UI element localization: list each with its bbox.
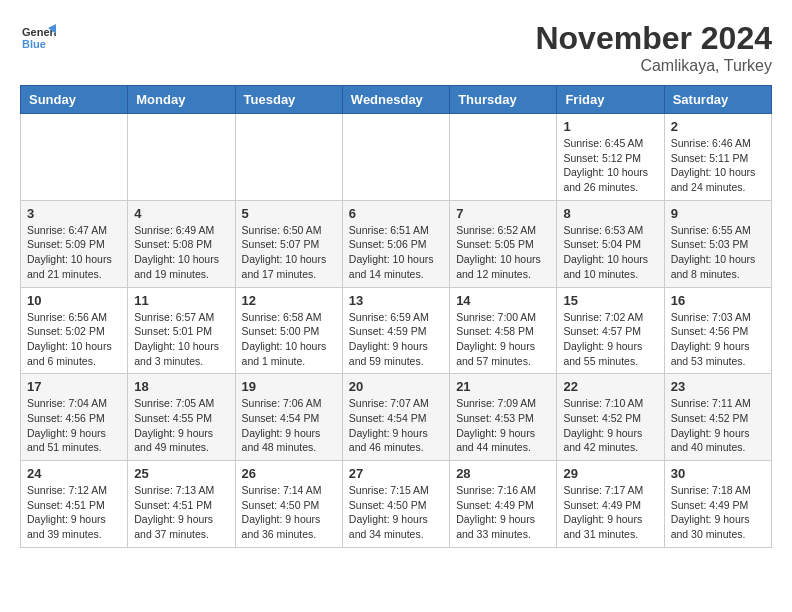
calendar-cell: 15Sunrise: 7:02 AMSunset: 4:57 PMDayligh… bbox=[557, 287, 664, 374]
svg-text:Blue: Blue bbox=[22, 38, 46, 50]
day-number: 1 bbox=[563, 119, 657, 134]
day-info: Sunrise: 7:14 AMSunset: 4:50 PMDaylight:… bbox=[242, 483, 336, 542]
day-number: 18 bbox=[134, 379, 228, 394]
day-number: 7 bbox=[456, 206, 550, 221]
day-number: 26 bbox=[242, 466, 336, 481]
day-info: Sunrise: 6:50 AMSunset: 5:07 PMDaylight:… bbox=[242, 223, 336, 282]
day-info: Sunrise: 6:59 AMSunset: 4:59 PMDaylight:… bbox=[349, 310, 443, 369]
calendar-cell bbox=[128, 114, 235, 201]
calendar-cell bbox=[235, 114, 342, 201]
day-number: 3 bbox=[27, 206, 121, 221]
calendar-cell: 10Sunrise: 6:56 AMSunset: 5:02 PMDayligh… bbox=[21, 287, 128, 374]
calendar-cell: 24Sunrise: 7:12 AMSunset: 4:51 PMDayligh… bbox=[21, 461, 128, 548]
calendar-week-2: 3Sunrise: 6:47 AMSunset: 5:09 PMDaylight… bbox=[21, 200, 772, 287]
calendar-cell: 1Sunrise: 6:45 AMSunset: 5:12 PMDaylight… bbox=[557, 114, 664, 201]
day-info: Sunrise: 7:03 AMSunset: 4:56 PMDaylight:… bbox=[671, 310, 765, 369]
calendar-header-monday: Monday bbox=[128, 86, 235, 114]
day-info: Sunrise: 6:47 AMSunset: 5:09 PMDaylight:… bbox=[27, 223, 121, 282]
calendar-cell: 23Sunrise: 7:11 AMSunset: 4:52 PMDayligh… bbox=[664, 374, 771, 461]
day-info: Sunrise: 7:18 AMSunset: 4:49 PMDaylight:… bbox=[671, 483, 765, 542]
day-info: Sunrise: 7:11 AMSunset: 4:52 PMDaylight:… bbox=[671, 396, 765, 455]
calendar-cell: 5Sunrise: 6:50 AMSunset: 5:07 PMDaylight… bbox=[235, 200, 342, 287]
calendar-cell: 6Sunrise: 6:51 AMSunset: 5:06 PMDaylight… bbox=[342, 200, 449, 287]
calendar-cell bbox=[342, 114, 449, 201]
calendar-week-3: 10Sunrise: 6:56 AMSunset: 5:02 PMDayligh… bbox=[21, 287, 772, 374]
calendar-cell: 14Sunrise: 7:00 AMSunset: 4:58 PMDayligh… bbox=[450, 287, 557, 374]
day-number: 11 bbox=[134, 293, 228, 308]
day-info: Sunrise: 7:16 AMSunset: 4:49 PMDaylight:… bbox=[456, 483, 550, 542]
calendar-cell: 21Sunrise: 7:09 AMSunset: 4:53 PMDayligh… bbox=[450, 374, 557, 461]
calendar-cell: 11Sunrise: 6:57 AMSunset: 5:01 PMDayligh… bbox=[128, 287, 235, 374]
calendar-week-4: 17Sunrise: 7:04 AMSunset: 4:56 PMDayligh… bbox=[21, 374, 772, 461]
calendar-week-1: 1Sunrise: 6:45 AMSunset: 5:12 PMDaylight… bbox=[21, 114, 772, 201]
day-number: 19 bbox=[242, 379, 336, 394]
day-info: Sunrise: 7:06 AMSunset: 4:54 PMDaylight:… bbox=[242, 396, 336, 455]
day-number: 15 bbox=[563, 293, 657, 308]
day-number: 5 bbox=[242, 206, 336, 221]
calendar-cell: 12Sunrise: 6:58 AMSunset: 5:00 PMDayligh… bbox=[235, 287, 342, 374]
day-info: Sunrise: 7:04 AMSunset: 4:56 PMDaylight:… bbox=[27, 396, 121, 455]
logo-icon: General Blue bbox=[20, 20, 56, 56]
calendar-cell: 16Sunrise: 7:03 AMSunset: 4:56 PMDayligh… bbox=[664, 287, 771, 374]
day-number: 8 bbox=[563, 206, 657, 221]
calendar-cell: 2Sunrise: 6:46 AMSunset: 5:11 PMDaylight… bbox=[664, 114, 771, 201]
day-info: Sunrise: 7:00 AMSunset: 4:58 PMDaylight:… bbox=[456, 310, 550, 369]
calendar-cell: 9Sunrise: 6:55 AMSunset: 5:03 PMDaylight… bbox=[664, 200, 771, 287]
day-number: 25 bbox=[134, 466, 228, 481]
day-info: Sunrise: 6:49 AMSunset: 5:08 PMDaylight:… bbox=[134, 223, 228, 282]
calendar-header-saturday: Saturday bbox=[664, 86, 771, 114]
calendar-header-wednesday: Wednesday bbox=[342, 86, 449, 114]
calendar-cell: 4Sunrise: 6:49 AMSunset: 5:08 PMDaylight… bbox=[128, 200, 235, 287]
day-info: Sunrise: 6:57 AMSunset: 5:01 PMDaylight:… bbox=[134, 310, 228, 369]
day-info: Sunrise: 7:17 AMSunset: 4:49 PMDaylight:… bbox=[563, 483, 657, 542]
calendar-cell: 13Sunrise: 6:59 AMSunset: 4:59 PMDayligh… bbox=[342, 287, 449, 374]
calendar-cell: 19Sunrise: 7:06 AMSunset: 4:54 PMDayligh… bbox=[235, 374, 342, 461]
calendar-cell: 18Sunrise: 7:05 AMSunset: 4:55 PMDayligh… bbox=[128, 374, 235, 461]
day-number: 27 bbox=[349, 466, 443, 481]
day-number: 14 bbox=[456, 293, 550, 308]
day-number: 12 bbox=[242, 293, 336, 308]
calendar-cell: 28Sunrise: 7:16 AMSunset: 4:49 PMDayligh… bbox=[450, 461, 557, 548]
day-number: 28 bbox=[456, 466, 550, 481]
calendar-header-row: SundayMondayTuesdayWednesdayThursdayFrid… bbox=[21, 86, 772, 114]
calendar-cell: 8Sunrise: 6:53 AMSunset: 5:04 PMDaylight… bbox=[557, 200, 664, 287]
day-info: Sunrise: 6:55 AMSunset: 5:03 PMDaylight:… bbox=[671, 223, 765, 282]
day-number: 24 bbox=[27, 466, 121, 481]
day-number: 4 bbox=[134, 206, 228, 221]
calendar-cell: 17Sunrise: 7:04 AMSunset: 4:56 PMDayligh… bbox=[21, 374, 128, 461]
day-info: Sunrise: 6:53 AMSunset: 5:04 PMDaylight:… bbox=[563, 223, 657, 282]
month-year: November 2024 bbox=[535, 20, 772, 57]
day-number: 13 bbox=[349, 293, 443, 308]
calendar-cell: 3Sunrise: 6:47 AMSunset: 5:09 PMDaylight… bbox=[21, 200, 128, 287]
day-info: Sunrise: 6:51 AMSunset: 5:06 PMDaylight:… bbox=[349, 223, 443, 282]
day-number: 17 bbox=[27, 379, 121, 394]
calendar-week-5: 24Sunrise: 7:12 AMSunset: 4:51 PMDayligh… bbox=[21, 461, 772, 548]
day-info: Sunrise: 7:12 AMSunset: 4:51 PMDaylight:… bbox=[27, 483, 121, 542]
logo: General Blue bbox=[20, 20, 56, 56]
calendar-cell: 29Sunrise: 7:17 AMSunset: 4:49 PMDayligh… bbox=[557, 461, 664, 548]
day-info: Sunrise: 7:09 AMSunset: 4:53 PMDaylight:… bbox=[456, 396, 550, 455]
calendar-cell: 22Sunrise: 7:10 AMSunset: 4:52 PMDayligh… bbox=[557, 374, 664, 461]
calendar-cell: 30Sunrise: 7:18 AMSunset: 4:49 PMDayligh… bbox=[664, 461, 771, 548]
day-info: Sunrise: 6:52 AMSunset: 5:05 PMDaylight:… bbox=[456, 223, 550, 282]
day-number: 21 bbox=[456, 379, 550, 394]
day-info: Sunrise: 6:45 AMSunset: 5:12 PMDaylight:… bbox=[563, 136, 657, 195]
day-number: 30 bbox=[671, 466, 765, 481]
day-info: Sunrise: 7:07 AMSunset: 4:54 PMDaylight:… bbox=[349, 396, 443, 455]
calendar-cell: 27Sunrise: 7:15 AMSunset: 4:50 PMDayligh… bbox=[342, 461, 449, 548]
calendar-header-friday: Friday bbox=[557, 86, 664, 114]
day-info: Sunrise: 7:15 AMSunset: 4:50 PMDaylight:… bbox=[349, 483, 443, 542]
day-number: 10 bbox=[27, 293, 121, 308]
calendar-table: SundayMondayTuesdayWednesdayThursdayFrid… bbox=[20, 85, 772, 548]
day-info: Sunrise: 6:46 AMSunset: 5:11 PMDaylight:… bbox=[671, 136, 765, 195]
calendar-cell: 25Sunrise: 7:13 AMSunset: 4:51 PMDayligh… bbox=[128, 461, 235, 548]
calendar-cell: 20Sunrise: 7:07 AMSunset: 4:54 PMDayligh… bbox=[342, 374, 449, 461]
day-number: 9 bbox=[671, 206, 765, 221]
day-number: 29 bbox=[563, 466, 657, 481]
day-number: 23 bbox=[671, 379, 765, 394]
day-info: Sunrise: 7:02 AMSunset: 4:57 PMDaylight:… bbox=[563, 310, 657, 369]
calendar-cell: 26Sunrise: 7:14 AMSunset: 4:50 PMDayligh… bbox=[235, 461, 342, 548]
calendar-cell bbox=[21, 114, 128, 201]
calendar-header-sunday: Sunday bbox=[21, 86, 128, 114]
day-number: 2 bbox=[671, 119, 765, 134]
